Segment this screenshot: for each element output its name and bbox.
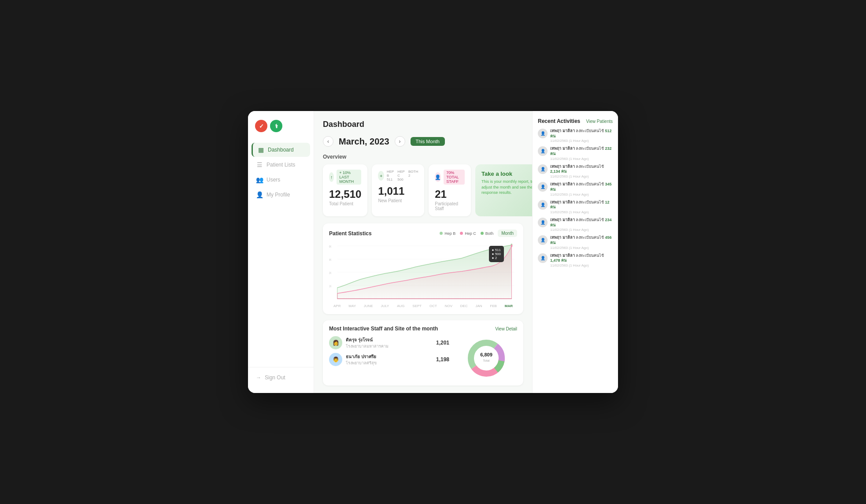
activity-avatar-7: 👤: [538, 253, 548, 263]
x-label-mar: MAR: [505, 304, 513, 308]
legend-hep-b: Hep B: [440, 230, 455, 237]
staff-item-0: 👩 ดิตรุจ รุ่งโรจน์ โรงพยาบาลมหาสารคาม 1,…: [329, 336, 449, 349]
most-interactive-section: Most Interactive Staff and Site of the m…: [323, 320, 523, 385]
new-patient-card: + HEP B 511 HEP C 500 BOTH 2 1,011 New P…: [372, 164, 424, 216]
total-patient-label: Total Patient: [329, 201, 361, 206]
activity-avatar-4: 👤: [538, 200, 548, 210]
staff-count-0: 1,201: [436, 340, 449, 346]
activity-item-0: 👤 เทพฤา มาลิลา ลงทะเบียนคนไข้ 512 คน 11/…: [538, 129, 613, 143]
activity-item-4: 👤 เทพฤา มาลิลา ลงทะเบียนคนไข้ 12 คน 11/0…: [538, 200, 613, 214]
chart-title: Patient Statistics: [329, 230, 372, 237]
x-label-feb: FEB: [490, 304, 497, 308]
card-header: ↑ + 10% LAST MONTH: [329, 170, 361, 185]
activity-name-3: เทพฤา มาลิลา ลงทะเบียนคนไข้ 345 คน: [550, 182, 613, 192]
new-patient-value: 1,011: [378, 185, 418, 197]
next-month-button[interactable]: ›: [395, 136, 405, 147]
legend-label-hep-c: Hep C: [465, 231, 476, 236]
x-label-aug: AUG: [397, 304, 404, 308]
view-patients-link[interactable]: View Patients: [586, 119, 613, 124]
sidebar-item-patient-lists[interactable]: ☰ Patient Lists: [252, 158, 310, 172]
activity-avatar-1: 👤: [538, 146, 548, 156]
svg-text:1K: 1K: [329, 285, 331, 288]
sidebar-item-my-profile[interactable]: 👤 My Profile: [252, 188, 310, 202]
activity-item-7: 👤 เทพฤา มาลิลา ลงทะเบียนคนไข้ 1,478 คน 1…: [538, 253, 613, 267]
page-title: Dashboard: [323, 120, 523, 129]
legend-dot-hep-b: [440, 232, 443, 235]
new-patient-label: New Patient: [378, 198, 418, 203]
activity-avatar-2: 👤: [538, 164, 548, 174]
svg-text:6K: 6K: [329, 245, 331, 248]
x-label-oct: OCT: [429, 304, 437, 308]
patient-lists-icon: ☰: [256, 161, 263, 168]
x-label-july: JULY: [381, 304, 389, 308]
x-label-may: MAY: [348, 304, 356, 308]
activity-name-0: เทพฤา มาลิลา ลงทะเบียนคนไข้ 512 คน: [550, 129, 613, 139]
month-filter-button[interactable]: Month: [498, 230, 517, 237]
legend-both: Both: [481, 230, 494, 237]
users-icon: 👥: [256, 176, 263, 183]
activity-time-6: 11/02/2563 (1 Hour Ago): [550, 246, 613, 250]
this-month-button[interactable]: This Month: [411, 137, 445, 146]
svg-text:Total: Total: [483, 359, 490, 362]
prev-month-button[interactable]: ‹: [323, 136, 333, 147]
sidebar-label-patient-lists: Patient Lists: [266, 162, 295, 168]
staff-item-1: 👨 ธนาภัย ปราศรีย โรงพยาบาลศรีสุข 1,198: [329, 353, 449, 366]
most-interactive-header: Most Interactive Staff and Site of the m…: [329, 326, 517, 332]
app-container: ✓ ⚕ ▦ Dashboard ☰ Patient Lists 👥 Users …: [248, 111, 618, 393]
staff-name-1: ธนาภัย ปราศรีย: [346, 353, 433, 360]
logo-red: ✓: [255, 120, 267, 132]
staff-hosp-1: โรงพยาบาลศรีสุข: [346, 360, 433, 366]
activity-name-5: เทพฤา มาลิลา ลงทะเบียนคนไข้ 234 คน: [550, 218, 613, 228]
activity-item-5: 👤 เทพฤา มาลิลา ลงทะเบียนคนไข้ 234 คน 11/…: [538, 218, 613, 232]
legend-label-hep-b: Hep B: [444, 231, 455, 236]
activities-list: 👤 เทพฤา มาลิลา ลงทะเบียนคนไข้ 512 คน 11/…: [538, 129, 613, 267]
svg-point-15: [511, 245, 513, 247]
activity-avatar-6: 👤: [538, 235, 548, 245]
nav-menu: ▦ Dashboard ☰ Patient Lists 👥 Users 👤 My…: [248, 143, 314, 363]
tooltip-hep-c: ● 500: [492, 252, 501, 256]
staff-avatar-1: 👨: [329, 353, 342, 366]
sidebar-item-users[interactable]: 👥 Users: [252, 173, 310, 187]
activity-item-3: 👤 เทพฤา มาลิลา ลงทะเบียนคนไข้ 345 คน 11/…: [538, 182, 613, 196]
card-header-2: + HEP B 511 HEP C 500 BOTH 2: [378, 170, 418, 182]
sidebar-item-dashboard[interactable]: ▦ Dashboard: [252, 143, 310, 157]
x-label-june: JUNE: [364, 304, 373, 308]
sign-out-button[interactable]: → Sign Out: [252, 371, 310, 384]
participated-staff-card: 👤 70% TOTAL STAFF 21 Participated Staff: [429, 164, 471, 216]
activity-name-1: เทพฤา มาลิลา ลงทะเบียนคนไข้ 232 คน: [550, 146, 613, 156]
right-panel: Recent Activities View Patients 👤 เทพฤา …: [532, 111, 618, 393]
activity-text-5: เทพฤา มาลิลา ลงทะเบียนคนไข้ 234 คน 11/02…: [550, 218, 613, 232]
promo-title: Take a look: [481, 170, 532, 177]
staff-label: Participated Staff: [435, 201, 465, 211]
svg-text:4K: 4K: [329, 258, 331, 261]
activity-name-4: เทพฤา มาลิลา ลงทะเบียนคนไข้ 12 คน: [550, 200, 613, 210]
activity-text-2: เทพฤา มาลิลา ลงทะเบียนคนไข้ 2,134 คน 11/…: [550, 164, 613, 178]
activity-time-4: 11/02/2563 (1 Hour Ago): [550, 210, 613, 214]
staff-list: 👩 ดิตรุจ รุ่งโรจน์ โรงพยาบาลมหาสารคาม 1,…: [329, 336, 449, 380]
activity-avatar-3: 👤: [538, 182, 548, 192]
activity-text-0: เทพฤา มาลิลา ลงทะเบียนคนไข้ 512 คน 11/02…: [550, 129, 613, 143]
activity-item-2: 👤 เทพฤา มาลิลา ลงทะเบียนคนไข้ 2,134 คน 1…: [538, 164, 613, 178]
svg-text:2K: 2K: [329, 271, 331, 274]
activity-name-7: เทพฤา มาลิลา ลงทะเบียนคนไข้ 1,478 คน: [550, 253, 613, 263]
profile-icon: 👤: [256, 191, 263, 198]
sidebar-bottom: → Sign Out: [248, 367, 314, 384]
activity-time-3: 11/02/2563 (1 Hour Ago): [550, 193, 613, 196]
view-detail-link[interactable]: View Detail: [495, 326, 517, 331]
staff-count-1: 1,198: [436, 356, 449, 363]
legend-dot-both: [481, 232, 484, 235]
main-content: Dashboard ‹ March, 2023 › This Month Ove…: [314, 111, 532, 393]
activity-avatar-0: 👤: [538, 129, 548, 138]
svg-text:6,809: 6,809: [480, 352, 492, 357]
staff-info-1: ธนาภัย ปราศรีย โรงพยาบาลศรีสุข: [346, 353, 433, 366]
sign-out-label: Sign Out: [265, 374, 285, 381]
sign-out-icon: →: [256, 374, 261, 381]
overview-label: Overview: [323, 154, 523, 160]
legend-label-both: Both: [485, 231, 494, 236]
staff-badge: 70% TOTAL STAFF: [444, 170, 465, 185]
activities-header: Recent Activities View Patients: [538, 118, 613, 124]
staff-value: 21: [435, 188, 465, 200]
chart-x-labels: APR MAY JUNE JULY AUG SEPT OCT NOV DEC J…: [329, 304, 517, 308]
tooltip-hep-b: ● 511: [492, 248, 501, 252]
activity-text-7: เทพฤา มาลิลา ลงทะเบียนคนไข้ 1,478 คน 11/…: [550, 253, 613, 267]
